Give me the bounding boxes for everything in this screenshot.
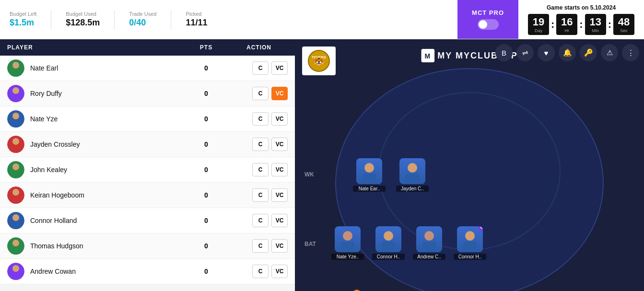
field-avatar-nate-earl xyxy=(356,158,382,184)
player-avatar xyxy=(7,186,24,204)
player-avatar xyxy=(7,85,24,102)
player-name: John Kealey xyxy=(30,166,182,174)
budget-used-value: $128.5m xyxy=(66,18,100,28)
field-label-bat: BAT xyxy=(304,241,316,247)
player-name: Keiran Hogeboom xyxy=(30,191,182,199)
btn-captain[interactable]: C xyxy=(252,214,269,227)
btn-vice-captain[interactable]: VC xyxy=(271,112,288,126)
svg-point-29 xyxy=(384,231,393,241)
player-pts: 0 xyxy=(182,166,230,174)
field-label-wk: WK xyxy=(304,171,314,178)
col-pts-header: PTS xyxy=(182,44,230,51)
svg-point-4 xyxy=(12,113,19,119)
player-actions: C VC xyxy=(230,112,288,126)
player-actions: C VC xyxy=(230,163,288,176)
field-player-jayden-crossley: Jayden C.. xyxy=(396,158,429,192)
btn-captain[interactable]: C xyxy=(252,61,269,75)
btn-captain[interactable]: C xyxy=(252,265,269,278)
player-pts: 0 xyxy=(182,217,230,224)
svg-rect-24 xyxy=(363,174,376,184)
countdown-day: 19 Day xyxy=(528,14,549,35)
player-avatar xyxy=(7,136,24,153)
svg-rect-15 xyxy=(10,248,22,255)
player-actions: C VC xyxy=(230,61,288,75)
player-name: Nate Yze xyxy=(30,115,182,123)
mct-pro-toggle[interactable] xyxy=(478,19,499,30)
player-avatar xyxy=(7,212,24,229)
btn-captain[interactable]: C xyxy=(252,188,269,202)
avatar-circle xyxy=(7,263,24,280)
btn-captain[interactable]: C xyxy=(252,87,269,100)
player-row: Nate Yze 0 C VC xyxy=(0,106,295,132)
btn-captain[interactable]: C xyxy=(252,239,269,253)
player-row: Keiran Hogeboom 0 C VC xyxy=(0,183,295,208)
svg-rect-34 xyxy=(463,242,477,252)
countdown-min: 13 Min xyxy=(585,14,606,35)
svg-rect-13 xyxy=(10,222,22,229)
icon-btn-warning[interactable]: ⚠ xyxy=(601,44,618,61)
game-starts-label: Game starts on 5.10.2024 xyxy=(547,4,616,11)
field-name-jayden-crossley: Jayden C.. xyxy=(396,186,429,192)
svg-point-23 xyxy=(364,163,374,173)
team-logo: TIGERS 🐯 xyxy=(302,47,336,75)
player-avatar xyxy=(7,59,24,77)
field-name-nate-earl: Nate Ear.. xyxy=(353,186,386,192)
player-name: Andrew Cowan xyxy=(30,268,182,275)
btn-vice-captain[interactable]: VC xyxy=(271,214,288,227)
btn-vice-captain[interactable]: VC xyxy=(271,61,288,75)
btn-vice-captain[interactable]: VC xyxy=(271,239,288,253)
myclubtap-logo-icon: M xyxy=(421,49,434,62)
btn-captain[interactable]: C xyxy=(252,163,269,176)
svg-rect-28 xyxy=(341,242,354,252)
btn-vice-captain[interactable]: VC xyxy=(271,87,288,100)
btn-vice-captain[interactable]: VC xyxy=(271,163,288,176)
countdown-section: Game starts on 5.10.2024 19 Day : 16 Hr … xyxy=(518,0,644,39)
budget-left-label: Budget Left xyxy=(10,11,36,17)
svg-point-10 xyxy=(12,189,19,196)
field-avatar-andrew-cowan xyxy=(416,226,442,252)
player-avatar xyxy=(7,110,24,128)
avatar-circle xyxy=(7,212,24,229)
icon-btn-heart[interactable]: ♥ xyxy=(538,44,555,61)
colon1: : xyxy=(551,18,554,31)
trade-used: Trade Used 0/40 xyxy=(129,11,156,28)
btn-vice-captain[interactable]: VC xyxy=(271,138,288,151)
player-actions: C VC xyxy=(230,188,288,202)
budget-used-label: Budget Used xyxy=(66,11,100,17)
svg-point-33 xyxy=(465,231,475,241)
player-pts: 0 xyxy=(182,140,230,148)
colon2: : xyxy=(579,18,583,31)
btn-vice-captain[interactable]: VC xyxy=(271,265,288,278)
avatar-circle xyxy=(7,59,24,77)
header: Budget Left $1.5m Budget Used $128.5m Tr… xyxy=(0,0,644,39)
svg-rect-7 xyxy=(10,146,22,153)
svg-text:M: M xyxy=(424,52,431,60)
player-row: Rory Duffy 0 C VC xyxy=(0,81,295,106)
svg-rect-9 xyxy=(10,172,22,178)
countdown-boxes: 19 Day : 16 Hr : 13 Min : 48 Sec xyxy=(528,14,634,35)
player-actions: C VC xyxy=(230,138,288,151)
avatar-circle xyxy=(7,237,24,255)
player-name: Jayden Crossley xyxy=(30,140,182,148)
icon-btn-swap[interactable]: ⇌ xyxy=(516,44,534,61)
right-panel: B ⇌ ♥ 🔔 🔑 ⚠ ⋮ TIGERS 🐯 M xyxy=(295,39,644,291)
field-player-andrew-cowan: Andrew C.. xyxy=(412,226,446,260)
icon-btn-b[interactable]: B xyxy=(495,44,513,61)
btn-captain[interactable]: C xyxy=(252,112,269,126)
avatar-circle xyxy=(7,161,24,178)
field-player-nate-earl: Nate Ear.. xyxy=(352,158,386,192)
icon-btn-key[interactable]: 🔑 xyxy=(580,44,597,61)
field-player-connor-hogeboom: C Connor H.. xyxy=(453,226,487,260)
svg-point-2 xyxy=(12,87,19,94)
field-name-andrew-cowan: Andrew C.. xyxy=(413,254,445,260)
icon-btn-more[interactable]: ⋮ xyxy=(622,44,639,61)
countdown-hr: 16 Hr xyxy=(556,14,577,35)
btn-vice-captain[interactable]: VC xyxy=(271,188,288,202)
player-row: Thomas Hudgson 0 C VC xyxy=(0,233,295,259)
svg-rect-11 xyxy=(10,197,22,204)
field-avatar-connor-hogeboom: C xyxy=(457,226,483,252)
player-pts: 0 xyxy=(182,268,230,275)
btn-captain[interactable]: C xyxy=(252,138,269,151)
icon-btn-bell[interactable]: 🔔 xyxy=(559,44,576,61)
table-header: PLAYER PTS ACTION xyxy=(0,39,295,56)
